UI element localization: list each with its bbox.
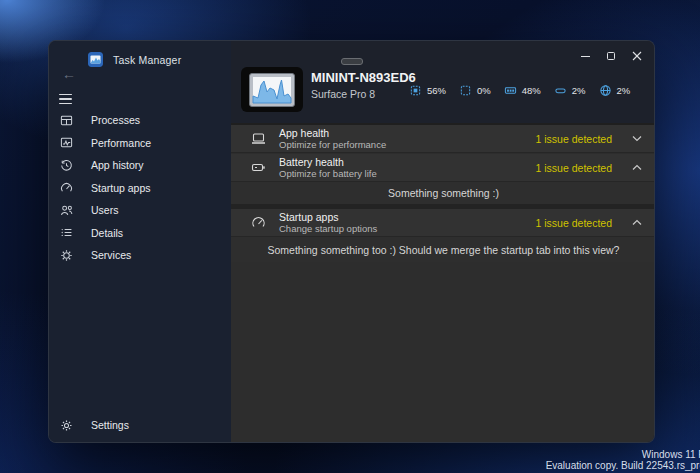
health-row-text: App health Optimize for performance: [279, 127, 386, 150]
status-badge: 1 issue detected: [536, 133, 612, 145]
health-row-text: Startup apps Change startup options: [279, 211, 377, 234]
window-title: Task Manager: [113, 54, 181, 66]
status-badge: 1 issue detected: [536, 217, 612, 229]
watermark-line2: Evaluation copy. Build 22543.rs_pre: [546, 460, 700, 471]
startup-apps-detail: Something something too :) Should we mer…: [231, 237, 655, 262]
health-row-subtitle: Change startup options: [279, 223, 377, 234]
services-icon: [60, 249, 73, 262]
sidebar-item-users[interactable]: Users: [49, 199, 231, 222]
performance-icon: [60, 136, 73, 149]
device-model: Surface Pro 8: [311, 88, 375, 100]
windows-build-watermark: Windows 11 P Evaluation copy. Build 2254…: [546, 449, 700, 471]
sidebar-item-label: Processes: [91, 114, 140, 126]
app-history-icon: [60, 159, 73, 172]
stat-memory: 48%: [504, 84, 541, 97]
cpu-icon: [409, 84, 422, 97]
minimize-icon: [581, 56, 590, 57]
details-icon: [60, 226, 73, 239]
drag-handle-pill[interactable]: [341, 58, 363, 65]
sidebar-nav: Processes Performance App history: [49, 109, 231, 267]
memory-icon: [504, 84, 517, 97]
watermark-line1: Windows 11 P: [546, 449, 700, 460]
task-manager-app-icon: [88, 52, 103, 67]
processes-icon: [60, 114, 73, 127]
back-button[interactable]: ←: [59, 65, 79, 83]
health-row-app-health[interactable]: App health Optimize for performance 1 is…: [231, 125, 655, 153]
health-row-text: Battery health Optimize for battery life: [279, 156, 377, 179]
sidebar-item-performance[interactable]: Performance: [49, 132, 231, 155]
chevron-down-icon[interactable]: [632, 135, 642, 142]
health-row-startup-apps[interactable]: Startup apps Change startup options 1 is…: [231, 209, 655, 237]
window-controls: [572, 45, 650, 67]
battery-icon: [251, 160, 266, 175]
network-globe-icon: [599, 84, 612, 97]
settings-label: Settings: [91, 419, 129, 431]
sidebar: Task Manager ← Processes: [49, 41, 231, 442]
sidebar-item-app-history[interactable]: App history: [49, 154, 231, 177]
desktop-wallpaper: Task Manager ← Processes: [0, 0, 700, 473]
sidebar-item-label: Users: [91, 204, 118, 216]
minimize-button[interactable]: [572, 45, 598, 67]
sidebar-item-label: Performance: [91, 137, 151, 149]
battery-health-detail: Something something :): [231, 182, 655, 204]
startup-apps-icon: [251, 215, 266, 230]
performance-graph-thumbnail-icon: [249, 73, 295, 107]
health-row-title: Battery health: [279, 156, 377, 168]
sidebar-item-processes[interactable]: Processes: [49, 109, 231, 132]
health-row-battery-health[interactable]: Battery health Optimize for battery life…: [231, 154, 655, 182]
sidebar-item-details[interactable]: Details: [49, 222, 231, 245]
health-row-subtitle: Optimize for battery life: [279, 168, 377, 179]
sidebar-item-startup-apps[interactable]: Startup apps: [49, 177, 231, 200]
header-region: MININT-N893ED6 Surface Pro 8 56%: [231, 41, 655, 123]
network-usage-value: 2%: [617, 85, 631, 96]
sidebar-item-settings[interactable]: Settings: [49, 414, 231, 437]
close-icon: [632, 51, 642, 61]
gpu-usage-value: 0%: [477, 85, 491, 96]
maximize-button[interactable]: [598, 45, 624, 67]
sidebar-item-label: Startup apps: [91, 182, 151, 194]
device-name: MININT-N893ED6: [311, 70, 416, 85]
health-row-title: App health: [279, 127, 386, 139]
cpu-usage-value: 56%: [427, 85, 446, 96]
titlebar-left: Task Manager: [88, 52, 181, 67]
sidebar-item-label: Services: [91, 249, 131, 261]
main-panel: MININT-N893ED6 Surface Pro 8 56%: [231, 41, 655, 442]
close-button[interactable]: [624, 45, 650, 67]
stat-disk: 2%: [554, 84, 586, 97]
health-row-title: Startup apps: [279, 211, 377, 223]
sidebar-item-label: Details: [91, 227, 123, 239]
sidebar-item-label: App history: [91, 159, 144, 171]
health-row-subtitle: Optimize for performance: [279, 139, 386, 150]
stat-cpu: 56%: [409, 84, 446, 97]
startup-apps-icon: [60, 181, 73, 194]
status-badge: 1 issue detected: [536, 162, 612, 174]
disk-icon: [554, 84, 567, 97]
chevron-up-icon[interactable]: [632, 219, 642, 226]
resource-stats: 56% 0%: [409, 84, 630, 97]
back-arrow-icon: ←: [62, 66, 76, 82]
sidebar-item-services[interactable]: Services: [49, 244, 231, 267]
stat-network: 2%: [599, 84, 631, 97]
disk-usage-value: 2%: [572, 85, 586, 96]
startup-apps-detail-text: Something something too :) Should we mer…: [268, 244, 620, 256]
battery-health-detail-text: Something something :): [388, 187, 499, 199]
stat-gpu: 0%: [459, 84, 491, 97]
gpu-icon: [459, 84, 472, 97]
hamburger-menu-button[interactable]: [59, 91, 79, 107]
chevron-up-icon[interactable]: [632, 164, 642, 171]
device-thumbnail: [241, 67, 303, 112]
task-manager-window: Task Manager ← Processes: [48, 40, 655, 443]
maximize-icon: [607, 52, 615, 60]
gear-icon: [60, 419, 73, 432]
memory-usage-value: 48%: [522, 85, 541, 96]
laptop-icon: [251, 131, 266, 146]
hamburger-icon: [59, 94, 72, 96]
users-icon: [60, 204, 73, 217]
